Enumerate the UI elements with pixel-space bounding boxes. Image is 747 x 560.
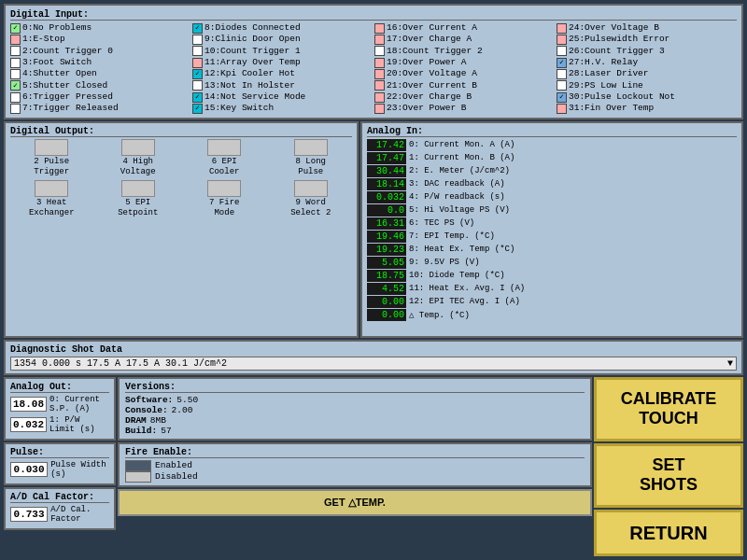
di-checkbox-2[interactable] <box>10 46 21 56</box>
di-checkbox-6[interactable] <box>10 92 21 103</box>
digital-input-item-10: 10:Count Trigger 1 <box>192 46 373 57</box>
ai-row-6: 16.316: TEC PS (V) <box>367 217 737 230</box>
di-checkbox-17[interactable] <box>374 35 385 45</box>
digital-input-item-22: 22:Over Charge B <box>374 91 555 103</box>
ai-row-2: 30.442: E. Meter (J/cm^2) <box>367 165 737 177</box>
digital-input-item-23: 23:Over Power B <box>374 103 555 114</box>
di-checkbox-15[interactable]: ✓ <box>192 104 203 114</box>
ai-value-3: 18.14 <box>367 178 406 190</box>
digital-output-panel: Digital Output: 2 PulseTrigger4 HighVolt… <box>4 121 359 338</box>
digital-input-item-9: 9:Clinic Door Open <box>192 34 373 45</box>
do-item-4[interactable]: 4 HighVoltage <box>97 139 180 177</box>
digital-input-item-8: ✓8:Diodes Connected <box>192 22 373 34</box>
analog-out-panel: Analog Out: 18.080: Current S.P. (A)0.03… <box>4 377 116 441</box>
di-checkbox-31[interactable] <box>557 104 567 114</box>
di-checkbox-26[interactable] <box>557 46 567 56</box>
do-item-6[interactable]: 6 EPICooler <box>183 139 266 177</box>
di-checkbox-29[interactable] <box>557 80 567 91</box>
di-checkbox-0[interactable]: ✓ <box>10 23 21 34</box>
digital-input-grid: ✓0:No Problems✓8:Diodes Connected16:Over… <box>10 22 737 115</box>
ai-row-3: 18.143: DAC readback (A) <box>367 178 737 190</box>
do-label-5: 5 EPISetpoint <box>118 198 158 218</box>
ver-value-3: 57 <box>161 426 171 436</box>
ai-value-13: 0.00 <box>367 309 406 321</box>
ai-value-11: 4.52 <box>367 283 406 295</box>
fe-label-1: Disabled <box>155 471 198 482</box>
big-buttons-panel: CALIBRATETOUCH SETSHOTS RETURN <box>594 377 743 556</box>
diag-dropdown[interactable]: 1354 0.000 s 17.5 A 17.5 A 30.1 J/cm^2 ▼ <box>10 357 737 371</box>
do-item-8[interactable]: 8 LongPulse <box>270 139 353 177</box>
digital-input-item-17: 17:Over Charge A <box>374 34 555 45</box>
di-checkbox-8[interactable]: ✓ <box>192 23 203 34</box>
digital-input-item-0: ✓0:No Problems <box>10 22 190 34</box>
do-item-9[interactable]: 9 WordSelect 2 <box>270 180 353 218</box>
di-checkbox-27[interactable]: ✓ <box>557 58 567 68</box>
digital-input-item-14: ✓14:Not Service Mode <box>192 91 373 103</box>
ai-value-7: 19.46 <box>367 231 406 243</box>
calibrate-touch-button[interactable]: CALIBRATETOUCH <box>594 377 743 441</box>
do-item-2[interactable]: 2 PulseTrigger <box>10 139 93 177</box>
ai-label-2: 2: E. Meter (J/cm^2) <box>409 166 510 175</box>
di-checkbox-22[interactable] <box>374 92 385 103</box>
do-label-2: 2 PulseTrigger <box>34 157 69 177</box>
ver-item-1: Console:2.00 <box>125 405 585 415</box>
get-temp-button[interactable]: GET △TEMP. <box>118 489 592 516</box>
set-shots-button[interactable]: SETSHOTS <box>594 443 743 508</box>
fire-enable-title: Fire Enable: <box>125 447 585 458</box>
di-checkbox-30[interactable]: ✓ <box>557 92 567 103</box>
di-checkbox-24[interactable] <box>557 23 567 34</box>
di-checkbox-13[interactable] <box>192 80 203 91</box>
ai-row-1: 17.471: Current Mon. B (A) <box>367 152 737 164</box>
fe-led-0 <box>125 460 151 471</box>
di-checkbox-9[interactable] <box>192 35 203 45</box>
di-checkbox-25[interactable] <box>557 35 567 45</box>
ver-value-2: 8MB <box>150 415 166 426</box>
digital-input-item-13: 13:Not In Holster <box>192 80 373 91</box>
ai-row-8: 19.238: Heat Ex. Temp (*C) <box>367 244 737 256</box>
pulse-title: Pulse: <box>10 447 109 458</box>
ai-row-4: 0.0324: P/W readback (s) <box>367 191 737 203</box>
ao-label-0: 0: Current S.P. (A) <box>49 395 109 413</box>
do-led-9 <box>294 180 328 197</box>
digital-input-item-3: 3:Foot Switch <box>10 57 190 68</box>
di-checkbox-10[interactable] <box>192 46 203 56</box>
do-led-2 <box>35 139 68 156</box>
ai-row-5: 0.05: Hi Voltage PS (V) <box>367 204 737 217</box>
digital-input-item-4: 4:Shutter Open <box>10 68 190 79</box>
ai-row-10: 18.7510: Diode Temp (*C) <box>367 270 737 282</box>
pulse-item-0: 0.030Pulse Width (s) <box>10 460 109 479</box>
di-checkbox-18[interactable] <box>374 46 385 56</box>
do-item-5[interactable]: 5 EPISetpoint <box>97 180 180 218</box>
di-checkbox-19[interactable] <box>374 58 385 68</box>
di-checkbox-14[interactable]: ✓ <box>192 92 203 103</box>
ai-label-12: 12: EPI TEC Avg. I (A) <box>409 297 520 306</box>
ai-label-10: 10: Diode Temp (*C) <box>409 271 505 280</box>
digital-input-item-27: ✓27:H.V. Relay <box>557 57 737 68</box>
do-item-7[interactable]: 7 FireMode <box>183 180 266 218</box>
di-checkbox-28[interactable] <box>557 69 567 79</box>
di-checkbox-21[interactable] <box>374 80 385 91</box>
do-led-5 <box>121 180 155 197</box>
ver-value-1: 2.00 <box>172 405 193 415</box>
fe-label-0: Enabled <box>155 460 192 470</box>
di-checkbox-3[interactable] <box>10 58 21 68</box>
di-checkbox-20[interactable] <box>374 69 385 79</box>
di-checkbox-23[interactable] <box>374 104 385 114</box>
ver-label-1: Console: <box>125 405 168 415</box>
di-checkbox-7[interactable] <box>10 104 21 114</box>
adc-panel: A/D Cal Factor: 0.733A/D Cal. Factor <box>4 487 116 530</box>
main-screen: Digital Input: ✓0:No Problems✓8:Diodes C… <box>0 0 747 560</box>
ao-label-1: 1: P/W Limit (s) <box>49 415 109 434</box>
di-checkbox-5[interactable]: ✓ <box>10 80 21 91</box>
di-checkbox-16[interactable] <box>374 23 385 34</box>
ai-value-6: 16.31 <box>367 217 406 230</box>
do-item-3[interactable]: 3 HeatExchanger <box>10 180 93 218</box>
do-label-3: 3 HeatExchanger <box>29 198 75 218</box>
di-checkbox-1[interactable] <box>10 35 21 45</box>
di-checkbox-12[interactable]: ✓ <box>192 69 203 79</box>
di-checkbox-11[interactable] <box>192 58 203 68</box>
fe-item-0: Enabled <box>125 460 585 471</box>
di-checkbox-4[interactable] <box>10 69 21 79</box>
digital-input-item-21: 21:Over Current B <box>374 80 555 91</box>
return-button[interactable]: RETURN <box>594 510 743 556</box>
